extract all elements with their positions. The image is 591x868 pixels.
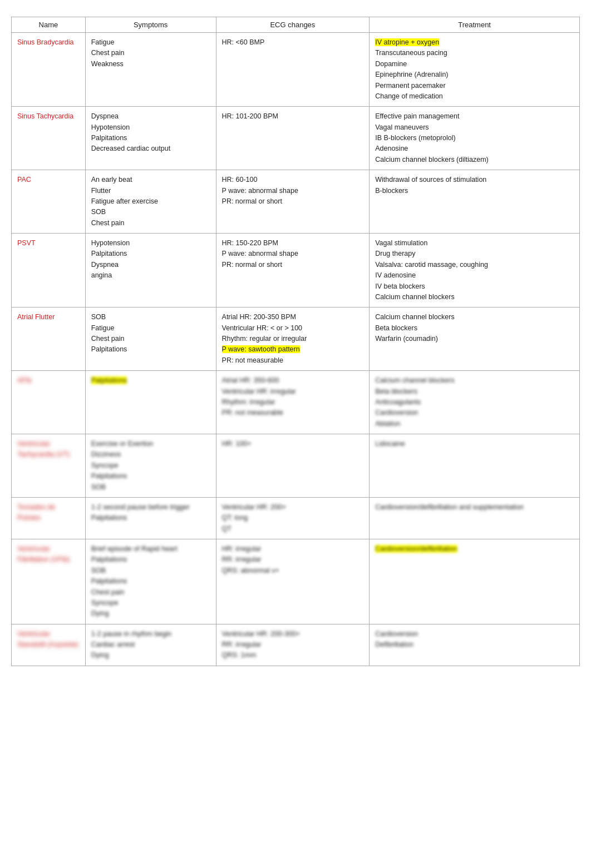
name-cell-2: PAC [12, 170, 86, 234]
symptoms-cell-5: Palpitations [85, 371, 216, 434]
treatment-cell-9: Cardioversion Defibrillation [370, 624, 580, 666]
name-cell-9: Ventricular Standstill (Asystole) [12, 624, 86, 666]
name-cell-7: Torsades de Pointes [12, 497, 86, 539]
header-name: Name [12, 17, 86, 33]
header-ecg: ECG changes [216, 17, 370, 33]
treatment-cell-5: Calcium channel blockers Beta blockers A… [370, 371, 580, 434]
symptoms-cell-9: 1-2 pause in rhythm begin Cardiac arrest… [85, 624, 216, 666]
symptoms-cell-0: Fatigue Chest pain Weakness [85, 33, 216, 107]
name-cell-6: Ventricular Tachycardia (VT) [12, 434, 86, 498]
treatment-cell-1: Effective pain management Vagal maneuver… [370, 107, 580, 170]
header-treatment: Treatment [370, 17, 580, 33]
header-symptoms: Symptoms [85, 17, 216, 33]
symptoms-cell-3: Hypotension Palpitations Dyspnea angina [85, 234, 216, 307]
treatment-cell-6: Lidocaine [370, 434, 580, 498]
symptoms-cell-1: Dyspnea Hypotension Palpitations Decreas… [85, 107, 216, 170]
treatment-cell-8: Cardioversion/defibrillation [370, 539, 580, 624]
symptoms-cell-8: Brief episode of Rapid heart Palpitation… [85, 539, 216, 624]
ecg-cell-5: Atrial HR: 350-600 Ventricular HR: irreg… [216, 371, 370, 434]
treatment-cell-2: Withdrawal of sources of stimulation B-b… [370, 170, 580, 234]
ecg-cell-8: HR: irregular RR: irregular QRS: abnorma… [216, 539, 370, 624]
cardiac-table: Name Symptoms ECG changes Treatment Sinu… [11, 17, 580, 666]
ecg-cell-0: HR: <60 BMP [216, 33, 370, 107]
symptoms-cell-7: 1-2 second pause before trigger Palpitat… [85, 497, 216, 539]
ecg-cell-1: HR: 101-200 BPM [216, 107, 370, 170]
ecg-cell-4: Atrial HR: 200-350 BPMVentricular HR: < … [216, 307, 370, 371]
ecg-cell-6: HR: 100+ [216, 434, 370, 498]
name-cell-0: Sinus Bradycardia [12, 33, 86, 107]
name-cell-4: Atrial Flutter [12, 307, 86, 371]
treatment-cell-3: Vagal stimulation Drug therapy Valsalva:… [370, 234, 580, 307]
name-cell-3: PSVT [12, 234, 86, 307]
name-cell-1: Sinus Tachycardia [12, 107, 86, 170]
treatment-cell-7: Cardioversion/defibrillation and supplem… [370, 497, 580, 539]
ecg-cell-7: Ventricular HR: 200+ QT: long QT [216, 497, 370, 539]
name-cell-5: AFib [12, 371, 86, 434]
ecg-cell-2: HR: 60-100 P wave: abnormal shape PR: no… [216, 170, 370, 234]
symptoms-cell-2: An early beat Flutter Fatigue after exer… [85, 170, 216, 234]
symptoms-cell-6: Exercise or Exertion Dizziness Syncope P… [85, 434, 216, 498]
name-cell-8: Ventricular Fibrillation (VFib) [12, 539, 86, 624]
treatment-cell-4: Calcium channel blockers Beta blockers W… [370, 307, 580, 371]
symptoms-cell-4: SOB Fatigue Chest pain Palpitations [85, 307, 216, 371]
ecg-cell-3: HR: 150-220 BPM P wave: abnormal shape P… [216, 234, 370, 307]
ecg-cell-9: Ventricular HR: 200-300+ RR: irregular Q… [216, 624, 370, 666]
page-wrapper: Name Symptoms ECG changes Treatment Sinu… [0, 0, 591, 683]
treatment-cell-0: IV atropine + oxygenTranscutaneous pacin… [370, 33, 580, 107]
